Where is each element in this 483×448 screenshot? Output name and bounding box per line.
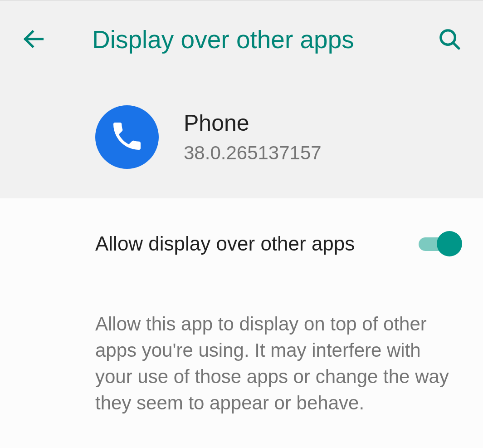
- switch-thumb: [437, 231, 462, 256]
- header-region: Display over other apps Phone 38.0.26513…: [0, 0, 483, 198]
- search-button[interactable]: [434, 24, 465, 55]
- app-info-row: Phone 38.0.265137157: [0, 78, 483, 198]
- setting-description: Allow this app to display on top of othe…: [95, 311, 458, 416]
- arrow-back-icon: [22, 27, 45, 52]
- page-title: Display over other apps: [92, 25, 434, 54]
- toggle-row[interactable]: Allow display over other apps: [0, 198, 483, 275]
- app-text-block: Phone 38.0.265137157: [184, 110, 322, 164]
- back-button[interactable]: [18, 24, 49, 55]
- app-icon: [95, 105, 159, 169]
- svg-line-2: [453, 43, 459, 49]
- app-version: 38.0.265137157: [184, 142, 322, 164]
- app-name: Phone: [184, 110, 322, 137]
- description-row: Allow this app to display on top of othe…: [0, 275, 483, 434]
- search-icon: [437, 27, 462, 53]
- toolbar: Display over other apps: [0, 1, 483, 78]
- toggle-label: Allow display over other apps: [95, 232, 419, 255]
- content-region: Allow display over other apps Allow this…: [0, 198, 483, 434]
- phone-icon: [109, 118, 145, 156]
- allow-overlay-switch[interactable]: [419, 231, 462, 256]
